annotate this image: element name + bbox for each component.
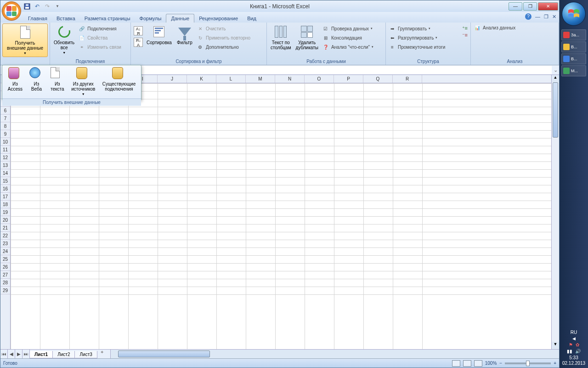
undo-icon[interactable]: ↶ xyxy=(34,3,41,10)
sheet-next-icon[interactable]: ▶ xyxy=(15,350,23,358)
row-header[interactable]: 6 xyxy=(0,107,10,115)
row-header[interactable]: 18 xyxy=(0,201,10,208)
view-pagebreak-button[interactable] xyxy=(474,360,482,367)
row-header[interactable]: 11 xyxy=(0,146,10,154)
cells-area[interactable] xyxy=(11,83,551,349)
save-icon[interactable] xyxy=(23,3,31,10)
consolidate-button[interactable]: ⊞Консолидация xyxy=(321,34,374,42)
doc-restore-icon[interactable]: ❐ xyxy=(544,14,548,20)
maximize-button[interactable]: ❐ xyxy=(523,2,537,11)
filter-button[interactable]: Фильтр xyxy=(175,23,195,46)
sheet-tab[interactable]: Лист2 xyxy=(52,351,75,358)
show-detail-icon[interactable]: ⁺≡ xyxy=(462,25,468,31)
data-validation-button[interactable]: ☑Проверка данных ▾ xyxy=(321,24,374,33)
row-header[interactable]: 27 xyxy=(0,271,10,279)
sheet-first-icon[interactable]: ⏮ xyxy=(0,350,8,358)
view-normal-button[interactable] xyxy=(452,360,460,367)
column-header[interactable]: Q xyxy=(363,75,393,83)
zoom-label[interactable]: 100% xyxy=(485,361,497,366)
help-icon[interactable]: ? xyxy=(525,13,531,20)
lang-indicator[interactable]: RU xyxy=(571,330,577,335)
tab-pagelayout[interactable]: Разметка страницы xyxy=(80,14,135,23)
connections-button[interactable]: 🔗Подключения xyxy=(77,24,122,33)
row-header[interactable]: 25 xyxy=(0,255,10,263)
remove-duplicates-button[interactable]: Удалить дубликаты xyxy=(294,23,320,51)
clear-filter-button[interactable]: ✕Очистить xyxy=(196,24,251,33)
row-header[interactable]: 21 xyxy=(0,224,10,232)
row-header[interactable]: 17 xyxy=(0,193,10,201)
group-button[interactable]: ➡Группировать ▾ xyxy=(388,24,460,33)
tab-home[interactable]: Главная xyxy=(23,14,52,23)
sort-button[interactable]: Сортировка xyxy=(145,23,174,46)
taskbar-item[interactable]: M... xyxy=(561,65,586,76)
row-header[interactable]: 9 xyxy=(0,130,10,138)
what-if-button[interactable]: ❓Анализ "что-если" ▾ xyxy=(321,43,374,51)
zoom-thumb[interactable] xyxy=(526,361,530,366)
zoom-out-icon[interactable]: − xyxy=(499,361,502,366)
doc-close-icon[interactable]: ✕ xyxy=(552,14,556,20)
tab-insert[interactable]: Вставка xyxy=(52,14,80,23)
tray-icon-1[interactable]: ⚑ xyxy=(569,342,573,347)
row-header[interactable]: 20 xyxy=(0,216,10,224)
formula-expand-icon[interactable]: ⌄ xyxy=(552,67,559,73)
edit-links-button[interactable]: ⚭Изменить связи xyxy=(77,43,122,51)
taskbar-item[interactable]: В... xyxy=(561,53,586,64)
sort-desc-button[interactable]: Я↓А xyxy=(134,38,143,47)
vscroll-thumb[interactable] xyxy=(553,82,558,138)
row-header[interactable]: 16 xyxy=(0,185,10,193)
taskbar-item[interactable]: В... xyxy=(561,41,586,52)
tab-review[interactable]: Рецензирование xyxy=(194,14,243,23)
tab-data[interactable]: Данные xyxy=(166,14,194,23)
from-access-button[interactable]: Из Access xyxy=(7,66,23,98)
column-header[interactable]: O xyxy=(305,75,334,83)
column-header[interactable]: N xyxy=(275,75,305,83)
hide-detail-icon[interactable]: ⁻≡ xyxy=(462,32,468,38)
new-sheet-icon[interactable]: ✦ xyxy=(97,350,107,358)
clock[interactable]: 5:33 02.12.2013 xyxy=(562,355,585,366)
refresh-all-button[interactable]: Обновить все ▼ xyxy=(52,23,76,56)
get-external-data-button[interactable]: Получить внешние данные ▼ xyxy=(2,23,48,57)
column-header[interactable]: L xyxy=(216,75,246,83)
hscroll-thumb[interactable] xyxy=(118,351,210,357)
scroll-up-icon[interactable]: ▲ xyxy=(552,75,559,82)
column-header[interactable]: M xyxy=(246,75,275,83)
row-header[interactable]: 26 xyxy=(0,263,10,271)
row-header[interactable]: 8 xyxy=(0,122,10,130)
horizontal-scrollbar[interactable] xyxy=(110,350,559,358)
row-header[interactable]: 29 xyxy=(0,287,10,294)
close-button[interactable]: ✕ xyxy=(538,2,558,11)
tray-expand-icon[interactable]: ◀ xyxy=(572,336,576,341)
minimize-button[interactable]: — xyxy=(509,2,522,11)
column-header[interactable]: K xyxy=(187,75,216,83)
row-header[interactable]: 24 xyxy=(0,247,10,255)
row-header[interactable]: 23 xyxy=(0,240,10,247)
row-header[interactable]: 13 xyxy=(0,161,10,169)
sort-asc-button[interactable]: А↓Я xyxy=(134,26,143,35)
text-to-columns-button[interactable]: Текст по столбцам xyxy=(269,23,293,51)
row-header[interactable]: 15 xyxy=(0,177,10,185)
redo-icon[interactable]: ↷ xyxy=(44,3,51,10)
reapply-button[interactable]: ↻Применить повторно xyxy=(196,34,251,42)
sheet-last-icon[interactable]: ⏭ xyxy=(23,350,30,358)
network-icon[interactable]: ▮▮ xyxy=(567,349,572,354)
zoom-slider[interactable] xyxy=(505,362,551,364)
row-header[interactable]: 19 xyxy=(0,208,10,216)
tab-formulas[interactable]: Формулы xyxy=(135,14,166,23)
vertical-scrollbar[interactable]: ▲ ▼ xyxy=(551,75,559,349)
doc-minimize-icon[interactable]: — xyxy=(535,14,540,19)
advanced-filter-button[interactable]: ⚙Дополнительно xyxy=(196,43,251,51)
data-analysis-button[interactable]: 📊Анализ данных xyxy=(473,23,516,32)
subtotal-button[interactable]: ≡Промежуточные итоги xyxy=(388,43,460,51)
office-button[interactable] xyxy=(2,1,21,21)
from-other-sources-button[interactable]: Из других источников▼ xyxy=(70,66,96,98)
qat-dropdown-icon[interactable]: ▼ xyxy=(54,3,61,10)
existing-connections-button[interactable]: Существующие подключения xyxy=(102,66,136,98)
taskbar-item[interactable]: За... xyxy=(561,29,586,40)
sheet-tab[interactable]: Лист1 xyxy=(29,351,53,358)
row-header[interactable]: 12 xyxy=(0,154,10,161)
from-text-button[interactable]: Из текста xyxy=(50,66,65,98)
tab-view[interactable]: Вид xyxy=(243,14,261,23)
scroll-down-icon[interactable]: ▼ xyxy=(552,342,559,349)
view-layout-button[interactable] xyxy=(463,360,471,367)
volume-icon[interactable]: 🔊 xyxy=(575,349,581,354)
